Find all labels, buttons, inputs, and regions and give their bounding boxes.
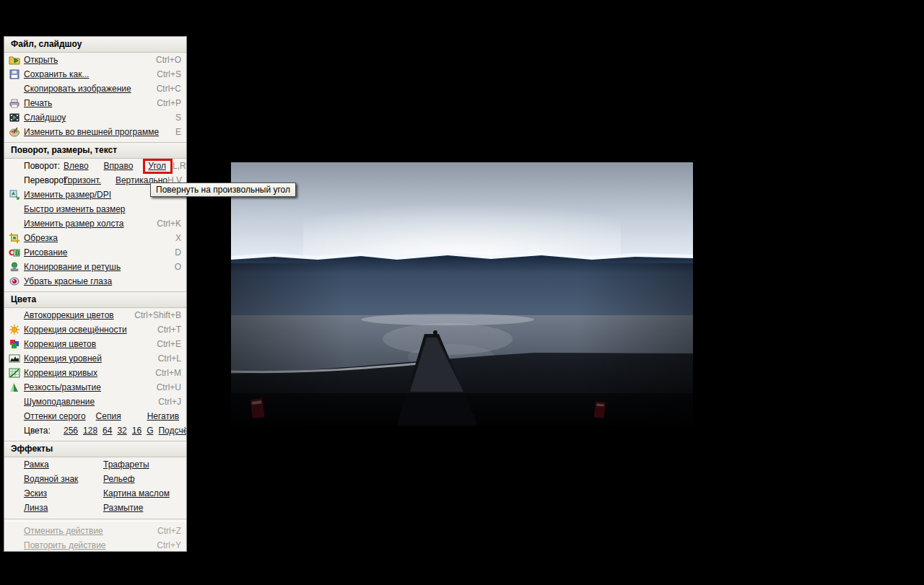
menu-item-copy[interactable]: Скопировать изображение: [24, 84, 131, 94]
menu-item-rotate-left[interactable]: Влево: [64, 161, 89, 171]
menu-row-rotate: Поворот: Влево Вправо Угол L,R: [4, 159, 186, 173]
menu-row-open: Открыть Ctrl+O: [4, 53, 186, 67]
menu-item-crop[interactable]: Обрезка: [24, 233, 58, 243]
folder-open-icon: [8, 54, 20, 66]
menu-item-colors-g[interactable]: G: [147, 426, 153, 436]
menu-item-rotate-right[interactable]: Вправо: [104, 161, 134, 171]
menu-item-oil-painting[interactable]: Картина маслом: [103, 488, 170, 498]
menu-item-frame[interactable]: Рамка: [24, 459, 103, 470]
photo-sea-sunset: [231, 162, 693, 426]
menu-item-lens[interactable]: Линза: [24, 503, 103, 513]
menu-item-color-correction[interactable]: Коррекция цветов: [24, 339, 96, 349]
menu-item-colors-128[interactable]: 128: [83, 426, 97, 436]
menu-separator: [4, 519, 186, 522]
popup-menu-panel: Файл, слайдшоу Открыть Ctrl+O Сохранить …: [4, 36, 187, 552]
menu-item-grayscale[interactable]: Оттенки серого: [24, 411, 86, 421]
icon-spacer: [8, 309, 20, 321]
menu-row-canvas-size: Изменить размер холста Ctrl+K: [4, 216, 186, 231]
icon-spacer: [8, 410, 20, 422]
menu-item-levels[interactable]: Коррекция уровней: [24, 353, 102, 364]
shortcut-canvas-size: Ctrl+K: [157, 219, 181, 229]
menu-item-undo: Отменить действие: [24, 526, 103, 536]
menu-item-auto-color[interactable]: Автокоррекция цветов: [24, 310, 114, 320]
menu-item-clone-retouch[interactable]: Клонирование и ретушь: [24, 262, 121, 272]
menu-item-rotate-angle[interactable]: Угол: [148, 161, 166, 171]
menu-item-canvas-size[interactable]: Изменить размер холста: [24, 219, 123, 229]
red-eye-icon: [8, 276, 20, 287]
menu-item-denoise[interactable]: Шумоподавление: [24, 397, 95, 407]
shortcut-print: Ctrl+P: [157, 98, 181, 108]
menu-item-colors-256[interactable]: 256: [64, 426, 78, 436]
menu-item-sketch[interactable]: Эскиз: [24, 488, 103, 498]
menu-item-red-eye[interactable]: Убрать красные глаза: [24, 276, 112, 286]
menu-item-slideshow[interactable]: Слайдшоу: [24, 113, 66, 123]
color-squares-icon: [8, 338, 20, 350]
icon-spacer: [8, 488, 20, 499]
menu-row-curves: Коррекция кривых Ctrl+M: [4, 366, 186, 380]
photo-image: [231, 162, 693, 426]
menu-item-draw[interactable]: Рисование: [24, 247, 67, 258]
menu-item-sharpen-blur[interactable]: Резкость/размытие: [24, 382, 101, 392]
menu-item-watermark[interactable]: Водяной знак: [24, 474, 103, 484]
menu-row-auto-color: Автокоррекция цветов Ctrl+Shift+B: [4, 308, 186, 322]
menu-row-clone: Клонирование и ретушь O: [4, 260, 186, 274]
menu-item-resize-dpi[interactable]: Изменить размер/DPI: [24, 190, 111, 200]
menu-item-stencils[interactable]: Трафареты: [103, 459, 149, 470]
menu-row-redo: Повторить действие Ctrl+Y: [4, 538, 186, 552]
menu-item-negative[interactable]: Негатив: [147, 411, 179, 421]
shortcut-levels: Ctrl+L: [158, 353, 181, 364]
menu-row-lighting: Коррекция освещённости Ctrl+T: [4, 322, 186, 337]
section-header-colors: Цвета: [4, 291, 186, 308]
shortcut-saveas: Ctrl+S: [157, 69, 181, 79]
menu-row-sharpen: Резкость/размытие Ctrl+U: [4, 380, 186, 395]
menu-item-redo: Повторить действие: [24, 540, 106, 550]
section-header-rotate: Поворот, размеры, текст: [4, 142, 186, 159]
menu-item-saveas[interactable]: Сохранить как...: [24, 69, 89, 79]
menu-row-quick-resize: Быстро изменить размер: [4, 202, 186, 216]
menu-row-slideshow: Слайдшоу S: [4, 110, 186, 125]
sharpen-triangle-icon: [8, 382, 20, 393]
icon-spacer: [8, 459, 20, 470]
shortcut-edit-external: E: [175, 127, 181, 137]
shortcut-rotate: L,R: [173, 161, 186, 171]
flip-label: Переворот:: [24, 175, 64, 185]
menu-row-crop: Обрезка X: [4, 231, 186, 245]
menu-item-colors-64[interactable]: 64: [103, 426, 112, 436]
menu-row-denoise: Шумоподавление Ctrl+J: [4, 395, 186, 409]
menu-item-quick-resize[interactable]: Быстро изменить размер: [24, 204, 126, 214]
menu-row-effects-2: Водяной знак Рельеф: [4, 472, 186, 486]
shortcut-curves: Ctrl+M: [155, 368, 181, 378]
menu-item-blur[interactable]: Размытие: [103, 503, 143, 513]
printer-icon: [8, 97, 20, 109]
menu-row-saveas: Сохранить как... Ctrl+S: [4, 67, 186, 82]
menu-item-lighting[interactable]: Коррекция освещённости: [24, 325, 127, 335]
menu-item-open[interactable]: Открыть: [24, 55, 58, 65]
menu-item-curves[interactable]: Коррекция кривых: [24, 368, 97, 378]
shortcut-auto-color: Ctrl+Shift+B: [134, 310, 181, 320]
menu-row-effects-1: Рамка Трафареты: [4, 457, 186, 472]
shortcut-copy: Ctrl+C: [157, 84, 181, 94]
sun-icon: [8, 324, 20, 335]
menu-item-sepia[interactable]: Сепия: [96, 411, 121, 421]
resize-icon: [8, 189, 20, 201]
menu-item-colors-32[interactable]: 32: [117, 426, 126, 436]
menu-item-print[interactable]: Печать: [24, 98, 52, 108]
menu-item-count-colors[interactable]: Подсчёт: [158, 426, 187, 436]
menu-item-colors-16[interactable]: 16: [132, 426, 141, 436]
color-depth-label: Цвета:: [24, 426, 64, 436]
menu-row-edit-external: Изменить во внешней программе E: [4, 125, 186, 139]
menu-item-edit-external[interactable]: Изменить во внешней программе: [24, 127, 159, 137]
menu-item-relief[interactable]: Рельеф: [103, 474, 135, 484]
desktop-background: { "colors": { "background": "#000000", "…: [0, 0, 924, 585]
draw-letters-icon: CB: [8, 247, 20, 258]
icon-spacer: [8, 218, 20, 229]
menu-row-print: Печать Ctrl+P: [4, 96, 186, 110]
menu-item-flip-horizontal[interactable]: Горизонт.: [64, 175, 101, 185]
menu-row-draw: CB Рисование D: [4, 245, 186, 260]
menu-row-levels: Коррекция уровней Ctrl+L: [4, 351, 186, 366]
shortcut-draw: D: [175, 247, 181, 258]
menu-row-red-eye: Убрать красные глаза: [4, 274, 186, 289]
rotate-label: Поворот:: [24, 161, 64, 171]
menu-row-color-correction: Коррекция цветов Ctrl+E: [4, 337, 186, 351]
icon-spacer: [8, 525, 20, 537]
